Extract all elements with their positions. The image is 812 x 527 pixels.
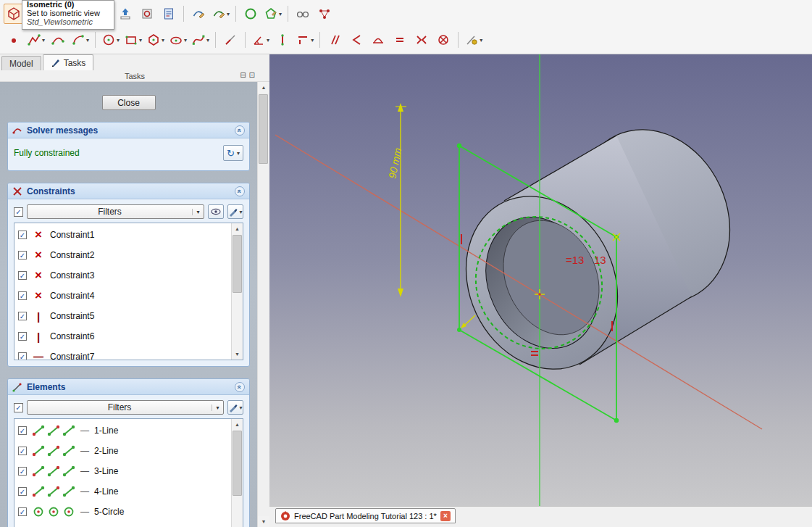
- constraint-row[interactable]: × Constraint1: [14, 225, 231, 245]
- 3d-viewport[interactable]: 90 mm =13 13: [269, 54, 812, 506]
- sketch-vertex[interactable]: [614, 418, 619, 423]
- tab-tasks-label: Tasks: [64, 58, 86, 68]
- constraints-filter-checkbox[interactable]: [14, 207, 23, 217]
- view-section-button[interactable]: [240, 4, 261, 24]
- close-button[interactable]: Close: [102, 95, 156, 110]
- constrain-vertical-button[interactable]: [272, 30, 293, 50]
- elements-filters-dropdown[interactable]: Filters ▾: [27, 400, 224, 415]
- constrain-equal-button[interactable]: [390, 30, 410, 50]
- view-sketch-button[interactable]: ▾: [210, 4, 231, 24]
- tooltip-command: Std_ViewIsometric: [27, 17, 109, 26]
- constraint-row[interactable]: × Constraint2: [14, 245, 231, 265]
- export-button[interactable]: [115, 4, 135, 24]
- constrain-lock-button[interactable]: ▾: [463, 30, 484, 50]
- trim-edge-button[interactable]: [220, 30, 240, 50]
- constraint-checkbox[interactable]: [18, 251, 27, 260]
- scrollbar-thumb[interactable]: [259, 94, 268, 164]
- constraint-checkbox[interactable]: [18, 312, 27, 320]
- constraint-row[interactable]: — Constraint7: [14, 347, 231, 360]
- close-document-icon[interactable]: ×: [440, 511, 451, 521]
- constrain-horizontal-vertical-button[interactable]: ▾: [294, 30, 315, 50]
- constrain-symmetric-button[interactable]: [411, 30, 432, 50]
- select-constraints-button[interactable]: [314, 4, 335, 24]
- scrollbar-thumb[interactable]: [233, 235, 242, 293]
- constrain-tangent-button[interactable]: [368, 30, 388, 50]
- panel-scrollbar[interactable]: ▲ ▼: [257, 82, 269, 527]
- constraint-row[interactable]: × Constraint3: [14, 265, 231, 286]
- scroll-down-icon[interactable]: ▼: [258, 516, 269, 527]
- constraint-checkbox[interactable]: [18, 291, 27, 300]
- sketch-vertex[interactable]: [457, 144, 461, 148]
- create-polygon-button[interactable]: ▾: [145, 30, 166, 50]
- scroll-down-icon[interactable]: ▼: [232, 349, 243, 360]
- collapse-icon[interactable]: «: [235, 186, 245, 196]
- constrain-block-button[interactable]: [433, 30, 453, 50]
- create-polyline-button[interactable]: ▾: [25, 30, 46, 50]
- collapse-icon[interactable]: «: [235, 125, 245, 136]
- constraint-checkbox[interactable]: [18, 271, 27, 280]
- tab-tasks[interactable]: Tasks: [43, 54, 94, 70]
- constraint-checkbox[interactable]: [18, 231, 27, 239]
- element-type-icons: [32, 486, 75, 497]
- leave-sketch-button[interactable]: [188, 4, 209, 24]
- elements-settings-button[interactable]: ▾: [227, 400, 243, 415]
- element-row[interactable]: — 1-Line: [14, 420, 231, 441]
- create-circle-button[interactable]: ▾: [100, 30, 121, 50]
- element-checkbox[interactable]: [18, 487, 27, 496]
- scroll-up-icon[interactable]: ▲: [258, 82, 269, 93]
- solver-messages-header[interactable]: Solver messages «: [8, 123, 249, 138]
- isometric-view-button[interactable]: [4, 4, 24, 24]
- create-bspline-button[interactable]: ▾: [190, 30, 211, 50]
- print-preview-button[interactable]: [137, 4, 157, 24]
- dimension-90mm[interactable]: 90 mm: [386, 103, 406, 297]
- document-tab[interactable]: FreeCAD Part Modeling Tutorial 123 : 1* …: [275, 508, 456, 523]
- create-arc-button[interactable]: ▾: [70, 30, 91, 50]
- dimension-button[interactable]: ▾: [250, 30, 271, 50]
- cylinder-model[interactable]: [438, 104, 757, 394]
- constraints-filters-dropdown[interactable]: Filters ▾: [27, 204, 204, 219]
- element-checkbox[interactable]: [18, 447, 27, 455]
- elements-scrollbar[interactable]: ▲ ▼: [231, 419, 243, 527]
- viewport-canvas[interactable]: 90 mm =13 13: [269, 54, 812, 506]
- tab-model[interactable]: Model: [1, 56, 41, 70]
- constraints-scrollbar[interactable]: ▲ ▼: [231, 223, 243, 360]
- element-checkbox[interactable]: [18, 467, 27, 476]
- scroll-up-icon[interactable]: ▲: [232, 419, 243, 430]
- constraint-row[interactable]: | Constraint6: [14, 326, 231, 347]
- auto-update-button[interactable]: ↻ ▾: [223, 145, 243, 161]
- create-sketch-button[interactable]: ▾: [262, 4, 283, 24]
- constraints-header[interactable]: Constraints «: [8, 183, 249, 199]
- constraint-checkbox[interactable]: [18, 352, 27, 360]
- elements-filter-checkbox[interactable]: [14, 403, 23, 412]
- create-point-button[interactable]: [4, 30, 24, 50]
- element-checkbox[interactable]: [18, 507, 27, 516]
- create-rectangle-button[interactable]: ▾: [122, 30, 143, 50]
- constraint-checkbox[interactable]: [18, 332, 27, 341]
- viewing-mode-button[interactable]: [293, 4, 313, 24]
- element-row[interactable]: — 2-Line: [14, 441, 231, 461]
- constrain-perpendicular-button[interactable]: [346, 30, 367, 50]
- scroll-down-icon[interactable]: ▼: [232, 524, 243, 527]
- constraints-settings-button[interactable]: ▾: [227, 204, 243, 219]
- constraint-row[interactable]: | Constraint5: [14, 306, 231, 326]
- create-spline-button[interactable]: [48, 30, 68, 50]
- elements-header[interactable]: Elements «: [8, 379, 249, 395]
- collapse-icon[interactable]: «: [235, 382, 245, 392]
- create-ellipse-button[interactable]: ▾: [167, 30, 188, 50]
- float-panel-icon[interactable]: ⊡: [249, 71, 255, 79]
- macro-button[interactable]: [159, 4, 179, 24]
- sketch-origin-point[interactable]: [538, 293, 541, 296]
- element-row[interactable]: — 3-Line: [14, 461, 231, 481]
- constraint-row[interactable]: × Constraint4: [14, 286, 231, 306]
- scrollbar-thumb[interactable]: [233, 431, 242, 496]
- constrain-parallel-button[interactable]: [325, 30, 345, 50]
- element-row[interactable]: — 5-Circle: [14, 502, 231, 522]
- show-hide-constraints-button[interactable]: [208, 204, 224, 219]
- constraint-value-label[interactable]: =13: [566, 254, 584, 266]
- dock-panel-icon[interactable]: ⊟: [240, 71, 246, 79]
- element-checkbox[interactable]: [18, 426, 27, 435]
- constraint-value-label[interactable]: 13: [594, 254, 606, 266]
- tasks-panel: Model Tasks Tasks ⊟ ⊡ Close: [0, 54, 269, 527]
- element-row[interactable]: — 4-Line: [14, 481, 231, 502]
- scroll-up-icon[interactable]: ▲: [232, 223, 243, 234]
